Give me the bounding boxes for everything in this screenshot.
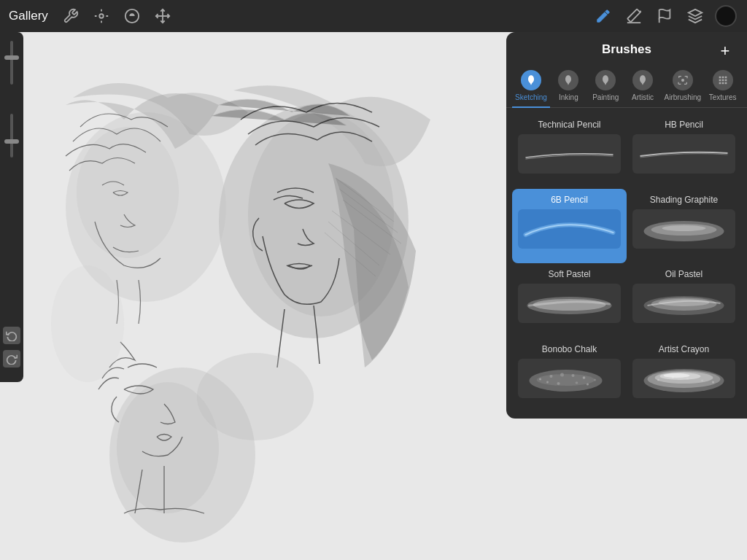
undo-button[interactable] <box>3 327 20 344</box>
tab-airbrushing-label: Airbrushing <box>665 93 702 101</box>
category-tabs: Sketching Inking Paintin <box>506 63 747 108</box>
svg-point-19 <box>51 265 124 382</box>
tab-inking-label: Inking <box>559 93 578 101</box>
brush-preview-bonobo-chalk <box>518 359 621 398</box>
toolbar: Gallery <box>0 0 747 32</box>
svg-marker-4 <box>689 9 702 16</box>
brush-preview-hb-pencil <box>632 134 735 174</box>
svg-point-23 <box>662 225 706 231</box>
brush-item-hb-pencil[interactable]: HB Pencil <box>627 114 741 189</box>
left-sidebar <box>0 32 23 382</box>
svg-point-0 <box>99 14 104 18</box>
svg-point-48 <box>686 377 689 379</box>
size-slider[interactable] <box>10 114 13 158</box>
transform-icon[interactable] <box>150 4 175 28</box>
brush-preview-artist-crayon <box>632 359 735 398</box>
brush-name-soft-pastel: Soft Pastel <box>518 269 621 279</box>
brush-item-oil-pastel[interactable]: Oil Pastel <box>627 263 741 338</box>
tab-painting[interactable]: Painting <box>587 66 624 107</box>
brush-item-bonobo-chalk[interactable]: Bonobo Chalk <box>512 338 627 413</box>
tab-inking[interactable]: Inking <box>550 66 587 107</box>
wrench-icon[interactable] <box>58 4 83 28</box>
brush-grid: Technical Pencil HB Pencil 6B Pencil <box>506 108 747 419</box>
redo-button[interactable] <box>3 350 20 368</box>
brush-name-shading-graphite: Shading Graphite <box>632 195 735 205</box>
svg-point-45 <box>664 373 690 378</box>
tab-artistic-label: Artistic <box>632 93 654 101</box>
brush-preview-shading-graphite <box>632 209 735 249</box>
brush-tool-icon[interactable] <box>591 4 616 28</box>
brush-preview-6b-pencil <box>518 209 621 249</box>
panel-title: Brushes <box>602 42 651 57</box>
brush-item-soft-pastel[interactable]: Soft Pastel <box>512 263 627 338</box>
svg-point-47 <box>672 376 675 378</box>
svg-point-18 <box>197 353 314 440</box>
eraser-tool-icon[interactable] <box>622 4 646 28</box>
sketching-icon <box>521 70 541 90</box>
brush-item-artist-crayon[interactable]: Artist Crayon <box>627 338 741 413</box>
layers-icon[interactable] <box>683 4 708 28</box>
brush-preview-soft-pastel <box>518 284 621 323</box>
cursor-icon[interactable] <box>89 4 114 28</box>
opacity-slider[interactable] <box>10 41 13 85</box>
brush-item-technical-pencil[interactable]: Technical Pencil <box>512 114 627 189</box>
tab-sketching[interactable]: Sketching <box>512 66 550 107</box>
tool-icons <box>58 4 175 28</box>
svg-point-49 <box>701 379 703 381</box>
smudge-tool-icon[interactable] <box>652 4 677 28</box>
brush-name-hb-pencil: HB Pencil <box>632 120 735 130</box>
svg-point-46 <box>657 378 659 381</box>
brush-item-6b-pencil[interactable]: 6B Pencil <box>512 189 627 264</box>
panel-header: Brushes + <box>506 32 747 63</box>
tab-textures[interactable]: Textures <box>704 66 741 107</box>
brush-name-6b-pencil: 6B Pencil <box>518 195 621 205</box>
airbrushing-icon <box>673 70 693 90</box>
tab-airbrushing[interactable]: Airbrushing <box>662 66 705 107</box>
brush-preview-oil-pastel <box>632 284 735 323</box>
svg-point-20 <box>681 79 684 82</box>
svg-point-50 <box>712 381 714 383</box>
brushes-panel: Brushes + Sketching <box>506 32 747 419</box>
tab-textures-label: Textures <box>709 93 737 101</box>
svg-point-40 <box>537 374 595 386</box>
brush-item-shading-graphite[interactable]: Shading Graphite <box>627 189 741 264</box>
brush-name-technical-pencil: Technical Pencil <box>518 120 621 130</box>
user-avatar[interactable] <box>713 4 738 28</box>
add-brush-button[interactable]: + <box>715 41 735 61</box>
inking-icon <box>558 70 578 90</box>
painting-icon <box>595 70 616 90</box>
gallery-button[interactable]: Gallery <box>9 9 48 23</box>
artistic-icon <box>632 70 653 90</box>
brush-preview-technical-pencil <box>518 134 621 174</box>
tab-painting-label: Painting <box>592 93 619 101</box>
brush-name-artist-crayon: Artist Crayon <box>632 344 735 354</box>
brush-name-bonobo-chalk: Bonobo Chalk <box>518 344 621 354</box>
textures-icon <box>713 70 733 90</box>
tab-sketching-label: Sketching <box>515 93 547 101</box>
tab-artistic[interactable]: Artistic <box>624 66 662 107</box>
smudge-icon[interactable] <box>120 4 144 28</box>
right-icons <box>591 4 738 28</box>
brush-name-oil-pastel: Oil Pastel <box>632 269 735 279</box>
sketch-artwork <box>0 32 463 560</box>
